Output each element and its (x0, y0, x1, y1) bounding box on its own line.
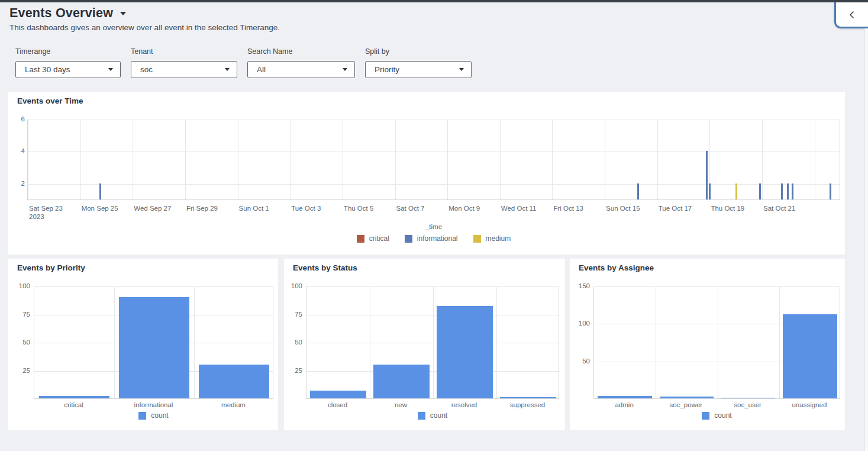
x-axis-ticks: criticalinformationalmedium (34, 401, 273, 411)
plot-area (34, 286, 273, 399)
horizontal-gridline (306, 343, 559, 343)
chevron-down-icon (225, 68, 230, 71)
horizontal-gridline (28, 152, 840, 152)
chart-title: Events by Priority (17, 263, 85, 272)
filter-split-by: Split by Priority (365, 47, 472, 78)
horizontal-gridline (28, 120, 840, 120)
vertical-gridline (343, 120, 343, 199)
legend-label: medium (486, 234, 511, 243)
dashboard-header: Events Overview (9, 6, 126, 21)
title-dropdown-caret-icon[interactable] (120, 12, 126, 15)
legend-swatch (357, 235, 364, 243)
panel-events-over-time: Events over Time 246 Sat Sep 232023Mon S… (8, 92, 845, 255)
bar-admin[interactable] (598, 396, 652, 398)
bar-suppressed[interactable] (500, 397, 556, 398)
legend-item: count (418, 411, 447, 420)
search-name-dropdown[interactable]: All (247, 61, 355, 78)
bar-resolved[interactable] (437, 306, 492, 398)
vertical-gridline (500, 120, 501, 199)
category-label: informational (114, 401, 193, 408)
bar-soc_power[interactable] (660, 397, 714, 398)
filter-tenant-label: Tenant (131, 47, 237, 56)
x-axis-title: _time (27, 223, 840, 230)
time-bar-informational[interactable] (706, 151, 708, 199)
bar-informational[interactable] (119, 297, 189, 398)
plot-area (593, 286, 840, 399)
x-axis-ticks: adminsoc_powersoc_userunassigned (593, 401, 840, 411)
vertical-gridline (80, 120, 81, 199)
vertical-gridline (815, 120, 815, 199)
filter-bar: Timerange Last 30 days Tenant soc Search… (15, 47, 472, 78)
time-bar-informational[interactable] (759, 183, 761, 199)
time-chart-plot-area (27, 120, 840, 200)
search-name-value: All (257, 65, 343, 74)
panel-events-by-status: Events by Status 255075100closednewresol… (284, 259, 565, 430)
legend-label: count (151, 411, 168, 420)
time-bar-medium[interactable] (735, 183, 737, 199)
vertical-gridline (656, 286, 656, 398)
vertical-gridline (28, 120, 28, 199)
dashboard-page: Events Overview This dashboards gives an… (0, 0, 868, 451)
legend-label: count (430, 411, 447, 420)
vertical-gridline (133, 120, 133, 199)
y-axis-ticks: 246 (12, 120, 25, 200)
time-bar-informational[interactable] (99, 183, 101, 199)
horizontal-gridline (28, 184, 840, 185)
category-label: resolved (433, 401, 496, 408)
window-top-edge (0, 0, 868, 2)
bar-new[interactable] (373, 365, 429, 398)
legend-swatch (473, 235, 481, 243)
x-tick-label: Tue Oct 3 (291, 204, 321, 212)
y-tick-label: 25 (22, 367, 30, 374)
x-tick-label: Sun Oct 15 (606, 204, 640, 212)
x-axis-ticks: Sat Sep 232023Mon Sep 25Wed Sep 27Fri Se… (27, 204, 840, 222)
bar-closed[interactable] (310, 391, 366, 398)
bar-soc_user[interactable] (721, 398, 776, 398)
x-tick-label: Wed Oct 11 (501, 204, 537, 212)
y-axis-ticks: 255075100 (288, 286, 302, 399)
category-label: closed (306, 401, 369, 408)
time-bar-informational[interactable] (781, 183, 783, 199)
legend-label: critical (369, 234, 389, 243)
vertical-gridline (238, 120, 238, 199)
vertical-gridline (395, 120, 396, 199)
category-label: admin (593, 401, 655, 408)
category-label: critical (34, 401, 114, 408)
filter-timerange-label: Timerange (15, 47, 121, 56)
bar-medium[interactable] (199, 365, 269, 398)
category-label: soc_power (655, 401, 717, 408)
bar-critical[interactable] (39, 396, 109, 398)
time-bar-informational[interactable] (830, 183, 831, 199)
timerange-dropdown[interactable]: Last 30 days (15, 61, 121, 78)
horizontal-gridline (306, 286, 559, 287)
legend-item: count (138, 411, 168, 420)
vertical-gridline (657, 120, 658, 199)
y-tick-label: 50 (295, 339, 302, 346)
split-by-dropdown[interactable]: Priority (365, 61, 472, 78)
time-bar-informational[interactable] (637, 183, 639, 199)
chevron-down-icon (108, 68, 113, 71)
vertical-gridline (762, 120, 763, 199)
chart-title: Events by Status (293, 263, 357, 272)
time-bar-informational[interactable] (709, 183, 711, 199)
legend-swatch (138, 412, 146, 420)
chevron-down-icon (459, 68, 464, 71)
legend-swatch (418, 412, 425, 420)
legend-swatch (702, 412, 709, 420)
timerange-value: Last 30 days (25, 65, 108, 74)
bar-unassigned[interactable] (783, 314, 837, 398)
x-tick-label: Sat Oct 21 (763, 204, 795, 212)
horizontal-gridline (306, 371, 559, 372)
tenant-dropdown[interactable]: soc (131, 61, 237, 78)
vertical-gridline (605, 120, 605, 199)
y-tick-label: 100 (579, 320, 590, 327)
y-tick-label: 150 (579, 282, 590, 289)
x-tick-label: Fri Oct 13 (553, 204, 583, 212)
time-bar-informational[interactable] (787, 183, 789, 199)
x-tick-label: Thu Oct 5 (344, 204, 374, 212)
side-panel-toggle-button[interactable] (834, 2, 868, 28)
time-bar-informational[interactable] (792, 183, 793, 199)
x-axis-ticks: closednewresolvedsuppressed (306, 401, 559, 411)
x-tick-label: Sat Sep 232023 (29, 204, 63, 221)
legend-label: informational (417, 234, 458, 243)
